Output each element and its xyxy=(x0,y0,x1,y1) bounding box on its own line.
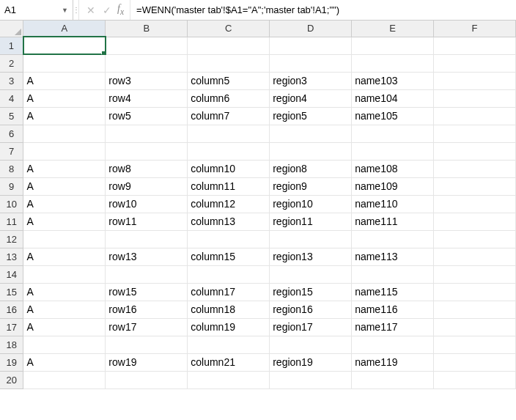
cell-F6[interactable] xyxy=(434,125,516,142)
cell-F4[interactable] xyxy=(434,89,516,107)
cell-E8[interactable]: name108 xyxy=(352,160,434,177)
cell-A13[interactable]: A xyxy=(23,248,106,265)
cell-B18[interactable] xyxy=(106,336,188,353)
column-header-A[interactable]: A xyxy=(23,21,106,37)
cell-B10[interactable]: row10 xyxy=(106,195,188,213)
row-header-15[interactable]: 15 xyxy=(0,283,23,301)
cell-F20[interactable] xyxy=(434,371,516,388)
cell-F10[interactable] xyxy=(434,195,516,213)
row-header-10[interactable]: 10 xyxy=(0,195,23,213)
cell-A16[interactable]: A xyxy=(23,301,106,318)
cell-D6[interactable] xyxy=(270,125,352,142)
column-header-F[interactable]: F xyxy=(434,21,516,37)
cell-C14[interactable] xyxy=(188,265,270,283)
fx-icon[interactable]: fx xyxy=(117,3,124,17)
row-header-9[interactable]: 9 xyxy=(0,177,23,195)
chevron-down-icon[interactable]: ▼ xyxy=(62,7,68,14)
cell-F3[interactable] xyxy=(434,72,516,89)
cell-B6[interactable] xyxy=(106,125,188,142)
cell-A17[interactable]: A xyxy=(23,318,106,336)
cell-B12[interactable] xyxy=(106,230,188,248)
cell-B15[interactable]: row15 xyxy=(106,283,188,301)
row-header-5[interactable]: 5 xyxy=(0,107,23,125)
cell-C7[interactable] xyxy=(188,142,270,160)
cell-E15[interactable]: name115 xyxy=(352,283,434,301)
row-header-12[interactable]: 12 xyxy=(0,230,23,248)
row-header-17[interactable]: 17 xyxy=(0,318,23,336)
cell-E5[interactable]: name105 xyxy=(352,107,434,125)
cell-C2[interactable] xyxy=(188,54,270,72)
cell-E9[interactable]: name109 xyxy=(352,177,434,195)
cell-F19[interactable] xyxy=(434,353,516,371)
cell-B19[interactable]: row19 xyxy=(106,353,188,371)
cell-B16[interactable]: row16 xyxy=(106,301,188,318)
cell-F7[interactable] xyxy=(434,142,516,160)
cell-C6[interactable] xyxy=(188,125,270,142)
cell-A8[interactable]: A xyxy=(23,160,106,177)
row-header-19[interactable]: 19 xyxy=(0,353,23,371)
cell-E4[interactable]: name104 xyxy=(352,89,434,107)
column-header-C[interactable]: C xyxy=(188,21,270,37)
column-header-B[interactable]: B xyxy=(106,21,188,37)
cell-E6[interactable] xyxy=(352,125,434,142)
cell-D9[interactable]: region9 xyxy=(270,177,352,195)
row-header-20[interactable]: 20 xyxy=(0,371,23,388)
cell-F18[interactable] xyxy=(434,336,516,353)
cell-D12[interactable] xyxy=(270,230,352,248)
cell-F8[interactable] xyxy=(434,160,516,177)
row-header-3[interactable]: 3 xyxy=(0,72,23,89)
cell-A15[interactable]: A xyxy=(23,283,106,301)
cell-B4[interactable]: row4 xyxy=(106,89,188,107)
cell-D16[interactable]: region16 xyxy=(270,301,352,318)
cell-F5[interactable] xyxy=(434,107,516,125)
cell-D7[interactable] xyxy=(270,142,352,160)
cell-D5[interactable]: region5 xyxy=(270,107,352,125)
cell-A11[interactable]: A xyxy=(23,213,106,230)
cell-B9[interactable]: row9 xyxy=(106,177,188,195)
cell-A5[interactable]: A xyxy=(23,107,106,125)
cell-E7[interactable] xyxy=(352,142,434,160)
cell-A18[interactable] xyxy=(23,336,106,353)
cell-D8[interactable]: region8 xyxy=(270,160,352,177)
cell-B14[interactable] xyxy=(106,265,188,283)
cell-C4[interactable]: column6 xyxy=(188,89,270,107)
cell-F17[interactable] xyxy=(434,318,516,336)
cell-A3[interactable]: A xyxy=(23,72,106,89)
row-header-18[interactable]: 18 xyxy=(0,336,23,353)
cell-E10[interactable]: name110 xyxy=(352,195,434,213)
cell-C18[interactable] xyxy=(188,336,270,353)
cell-D3[interactable]: region3 xyxy=(270,72,352,89)
cell-C8[interactable]: column10 xyxy=(188,160,270,177)
cell-C1[interactable] xyxy=(188,37,270,54)
cell-D1[interactable] xyxy=(270,37,352,54)
cell-D2[interactable] xyxy=(270,54,352,72)
row-header-8[interactable]: 8 xyxy=(0,160,23,177)
row-header-13[interactable]: 13 xyxy=(0,248,23,265)
cell-A2[interactable] xyxy=(23,54,106,72)
cell-E3[interactable]: name103 xyxy=(352,72,434,89)
cell-B3[interactable]: row3 xyxy=(106,72,188,89)
cell-D10[interactable]: region10 xyxy=(270,195,352,213)
row-header-7[interactable]: 7 xyxy=(0,142,23,160)
row-header-11[interactable]: 11 xyxy=(0,213,23,230)
cell-A9[interactable]: A xyxy=(23,177,106,195)
cell-E20[interactable] xyxy=(352,371,434,388)
cell-F12[interactable] xyxy=(434,230,516,248)
row-header-1[interactable]: 1 xyxy=(0,37,23,54)
cell-A1[interactable] xyxy=(23,37,106,54)
cell-B17[interactable]: row17 xyxy=(106,318,188,336)
cell-F9[interactable] xyxy=(434,177,516,195)
cell-A7[interactable] xyxy=(23,142,106,160)
cell-F1[interactable] xyxy=(434,37,516,54)
cell-C16[interactable]: column18 xyxy=(188,301,270,318)
cell-C3[interactable]: column5 xyxy=(188,72,270,89)
cell-D19[interactable]: region19 xyxy=(270,353,352,371)
cell-D14[interactable] xyxy=(270,265,352,283)
cell-B1[interactable] xyxy=(106,37,188,54)
cell-A20[interactable] xyxy=(23,371,106,388)
cell-C12[interactable] xyxy=(188,230,270,248)
row-header-4[interactable]: 4 xyxy=(0,89,23,107)
cell-F13[interactable] xyxy=(434,248,516,265)
cell-B2[interactable] xyxy=(106,54,188,72)
cell-D18[interactable] xyxy=(270,336,352,353)
